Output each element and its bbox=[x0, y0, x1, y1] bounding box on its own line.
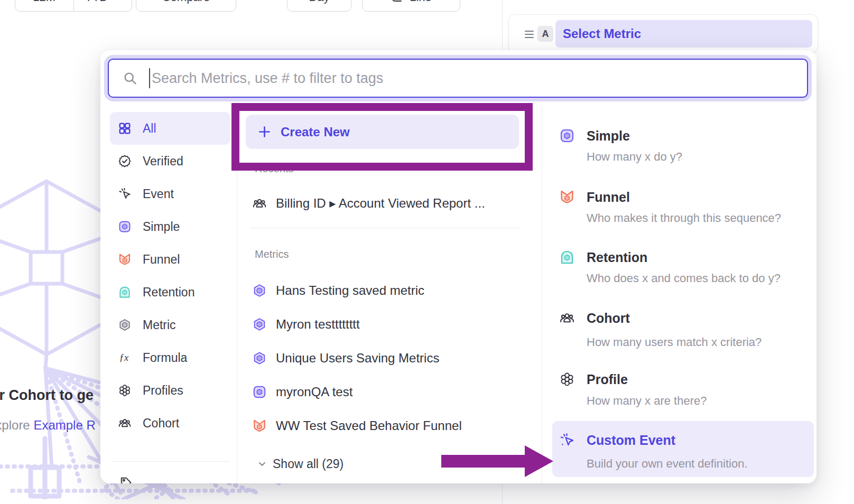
type-funnel-title[interactable]: Funnel bbox=[587, 190, 630, 204]
formula-fx-icon: ƒx bbox=[118, 351, 132, 365]
compare-button[interactable]: Compare bbox=[136, 0, 236, 12]
metric-list-item[interactable]: Hans Testing saved metric bbox=[252, 276, 424, 305]
row-label-badge: A bbox=[537, 26, 553, 42]
sidebar-item-retention[interactable]: Retention bbox=[110, 276, 230, 309]
recents-metrics-divider bbox=[249, 228, 519, 228]
metric-item-label: Hans Testing saved metric bbox=[276, 283, 424, 298]
line-chart-icon bbox=[391, 0, 403, 4]
sidebar-item-partial[interactable] bbox=[119, 476, 133, 483]
select-metric-pill[interactable]: Select Metric bbox=[555, 20, 812, 48]
sidebar-item-label: Retention bbox=[143, 285, 194, 300]
metric-list-item[interactable]: myronQA test bbox=[252, 377, 352, 407]
simple-square-icon bbox=[252, 385, 267, 399]
sidebar-item-label: Verified bbox=[143, 154, 183, 169]
sidebar-item-label: Formula bbox=[143, 351, 187, 365]
funnel-icon bbox=[559, 189, 575, 205]
funnel-icon bbox=[118, 253, 132, 266]
sidebar-item-all[interactable]: All bbox=[110, 112, 230, 145]
date-range-group: 12M YTD bbox=[15, 0, 132, 12]
retention-arch-icon bbox=[559, 249, 575, 265]
sidebar-item-cohort[interactable]: Cohort bbox=[110, 407, 230, 440]
type-profile-desc: How many x are there? bbox=[587, 395, 707, 407]
annotation-arrow-head bbox=[525, 445, 553, 477]
sidebar-item-label: Funnel bbox=[143, 253, 180, 267]
sidebar-item-event[interactable]: Event bbox=[110, 178, 230, 210]
search-placeholder: Search Metrics, use # to filter to tags bbox=[152, 70, 383, 87]
query-builder-row: A Select Metric bbox=[508, 14, 818, 53]
sidebar-item-label: Metric bbox=[143, 318, 176, 332]
type-retention-title[interactable]: Retention bbox=[587, 250, 647, 265]
sidebar-section-divider bbox=[111, 461, 230, 462]
empty-state-headline: or Cohort to ge bbox=[0, 387, 94, 404]
profiles-cluster-icon bbox=[559, 371, 575, 387]
simple-square-icon bbox=[118, 220, 132, 234]
chevron-down-icon bbox=[112, 0, 120, 2]
metric-item-label: Unique Users Saving Metrics bbox=[276, 351, 439, 366]
annotation-box-create-new bbox=[231, 103, 533, 171]
type-cohort-title[interactable]: Cohort bbox=[587, 311, 630, 325]
grid-icon bbox=[118, 122, 132, 135]
range-12m-button[interactable]: 12M bbox=[15, 0, 73, 11]
verified-badge-icon bbox=[118, 154, 132, 168]
type-simple-title[interactable]: Simple bbox=[587, 128, 630, 143]
metric-item-label: myronQA test bbox=[276, 385, 352, 399]
show-all-button[interactable]: Show all (29) bbox=[257, 456, 344, 472]
metric-hexagon-icon bbox=[118, 318, 132, 332]
explore-prefix: explore bbox=[0, 418, 33, 432]
sidebar-item-label: Cohort bbox=[143, 416, 179, 431]
sidebar-item-funnel[interactable]: Funnel bbox=[110, 243, 230, 276]
search-icon bbox=[123, 71, 137, 86]
app-canvas: or Cohort to ge explore Example R 12M YT… bbox=[0, 0, 854, 504]
filter-sidebar: All Verified Event Simple Funnel Retenti… bbox=[110, 112, 230, 440]
sidebar-item-metric[interactable]: Metric bbox=[110, 309, 230, 341]
metric-list-item[interactable]: Myron testttttttt bbox=[252, 310, 360, 339]
sidebar-item-verified[interactable]: Verified bbox=[110, 145, 230, 178]
metric-item-label: WW Test Saved Behavior Funnel bbox=[276, 418, 462, 433]
recent-item-billing[interactable]: Billing ID ▸ Account Viewed Report ... bbox=[252, 189, 485, 218]
tag-icon bbox=[119, 476, 133, 483]
metric-hexagon-icon bbox=[252, 283, 267, 298]
column-divider bbox=[542, 106, 542, 483]
metric-list-item[interactable]: Unique Users Saving Metrics bbox=[252, 343, 439, 373]
metric-list-item[interactable]: WW Test Saved Behavior Funnel bbox=[252, 411, 462, 441]
metric-item-label: Myron testttttttt bbox=[276, 317, 360, 332]
event-cursor-icon bbox=[118, 187, 132, 201]
type-profile-title[interactable]: Profile bbox=[587, 372, 628, 387]
sidebar-item-label: Simple bbox=[143, 220, 180, 234]
recent-item-label: Billing ID ▸ Account Viewed Report ... bbox=[276, 196, 485, 211]
sidebar-item-formula[interactable]: ƒx Formula bbox=[110, 341, 230, 374]
type-custom-event-desc: Build your own event definition. bbox=[587, 458, 748, 470]
search-input[interactable]: Search Metrics, use # to filter to tags bbox=[108, 59, 808, 98]
cohort-people-icon bbox=[559, 310, 575, 326]
metrics-section-label: Metrics bbox=[255, 248, 289, 260]
cohort-people-icon bbox=[252, 196, 267, 211]
type-retention-desc: Who does x and comes back to do y? bbox=[587, 272, 781, 285]
type-custom-event-title[interactable]: Custom Event bbox=[587, 433, 675, 447]
cohort-people-icon bbox=[118, 416, 132, 430]
sidebar-item-label: All bbox=[143, 122, 156, 136]
empty-state-explore: explore Example R bbox=[0, 418, 96, 433]
funnel-icon bbox=[252, 418, 267, 433]
sidebar-item-label: Event bbox=[143, 187, 174, 201]
annotation-arrow-shaft bbox=[441, 455, 526, 468]
text-cursor bbox=[149, 68, 150, 88]
sidebar-item-simple[interactable]: Simple bbox=[110, 210, 230, 243]
sidebar-item-profiles[interactable]: Profiles bbox=[110, 374, 230, 407]
range-ytd-button[interactable]: YTD bbox=[73, 0, 132, 11]
type-funnel-desc: Who makes it through this sequence? bbox=[587, 212, 781, 225]
type-simple-desc: How many x do y? bbox=[587, 151, 682, 163]
metric-hexagon-icon bbox=[252, 351, 267, 366]
chevron-down-icon bbox=[257, 459, 267, 469]
profiles-cluster-icon bbox=[118, 384, 132, 397]
chart-type-line-button[interactable]: Line bbox=[362, 0, 460, 12]
sidebar-item-label: Profiles bbox=[143, 384, 183, 398]
custom-event-cursor-icon bbox=[559, 432, 575, 448]
example-reports-link[interactable]: Example R bbox=[33, 418, 95, 432]
show-all-label: Show all (29) bbox=[273, 457, 344, 471]
svg-text:ƒx: ƒx bbox=[119, 352, 129, 363]
granularity-day-button[interactable]: Day bbox=[287, 0, 351, 12]
drag-handle-icon[interactable] bbox=[525, 29, 534, 40]
type-cohort-desc: How many users match x criteria? bbox=[587, 336, 762, 349]
metric-hexagon-icon bbox=[252, 317, 267, 332]
retention-arch-icon bbox=[118, 285, 132, 299]
